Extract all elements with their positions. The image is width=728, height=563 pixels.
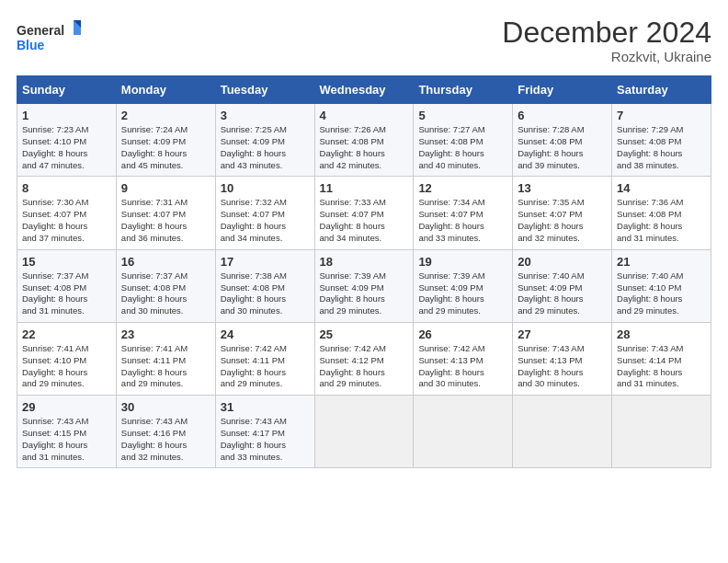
day-info: Sunrise: 7:31 AM Sunset: 4:07 PM Dayligh… bbox=[121, 197, 210, 244]
day-info: Sunrise: 7:43 AM Sunset: 4:16 PM Dayligh… bbox=[121, 416, 210, 463]
table-row: 13Sunrise: 7:35 AM Sunset: 4:07 PM Dayli… bbox=[513, 177, 612, 249]
table-row: 21Sunrise: 7:40 AM Sunset: 4:10 PM Dayli… bbox=[612, 249, 711, 322]
col-sunday: Sunday bbox=[17, 76, 117, 104]
day-info: Sunrise: 7:43 AM Sunset: 4:15 PM Dayligh… bbox=[22, 416, 111, 463]
table-row: 5Sunrise: 7:27 AM Sunset: 4:08 PM Daylig… bbox=[414, 104, 513, 177]
day-info: Sunrise: 7:24 AM Sunset: 4:09 PM Dayligh… bbox=[121, 124, 210, 171]
day-number: 13 bbox=[518, 181, 607, 195]
table-row: 20Sunrise: 7:40 AM Sunset: 4:09 PM Dayli… bbox=[513, 249, 612, 322]
day-number: 28 bbox=[617, 327, 706, 341]
subtitle: Rozkvit, Ukraine bbox=[502, 49, 711, 64]
svg-text:General: General bbox=[17, 23, 64, 38]
day-number: 17 bbox=[221, 255, 310, 269]
table-row bbox=[414, 396, 513, 468]
logo: General Blue bbox=[17, 17, 81, 57]
day-info: Sunrise: 7:42 AM Sunset: 4:12 PM Dayligh… bbox=[320, 343, 409, 390]
day-number: 3 bbox=[221, 109, 310, 122]
col-friday: Friday bbox=[513, 76, 612, 104]
day-info: Sunrise: 7:35 AM Sunset: 4:07 PM Dayligh… bbox=[518, 197, 607, 244]
day-number: 22 bbox=[22, 327, 111, 341]
day-info: Sunrise: 7:29 AM Sunset: 4:08 PM Dayligh… bbox=[617, 124, 706, 171]
day-info: Sunrise: 7:42 AM Sunset: 4:11 PM Dayligh… bbox=[221, 343, 310, 390]
day-number: 7 bbox=[617, 109, 706, 122]
table-row: 29Sunrise: 7:43 AM Sunset: 4:15 PM Dayli… bbox=[17, 396, 117, 468]
day-number: 31 bbox=[221, 400, 310, 414]
header-row: Sunday Monday Tuesday Wednesday Thursday… bbox=[17, 76, 711, 104]
day-info: Sunrise: 7:34 AM Sunset: 4:07 PM Dayligh… bbox=[418, 197, 507, 244]
day-number: 11 bbox=[320, 181, 409, 195]
week-row-3: 15Sunrise: 7:37 AM Sunset: 4:08 PM Dayli… bbox=[17, 249, 711, 322]
table-row: 7Sunrise: 7:29 AM Sunset: 4:08 PM Daylig… bbox=[612, 104, 711, 177]
day-info: Sunrise: 7:37 AM Sunset: 4:08 PM Dayligh… bbox=[22, 270, 111, 317]
day-info: Sunrise: 7:33 AM Sunset: 4:07 PM Dayligh… bbox=[320, 197, 409, 244]
day-info: Sunrise: 7:28 AM Sunset: 4:08 PM Dayligh… bbox=[518, 124, 607, 171]
day-info: Sunrise: 7:37 AM Sunset: 4:08 PM Dayligh… bbox=[121, 270, 210, 317]
table-row: 4Sunrise: 7:26 AM Sunset: 4:08 PM Daylig… bbox=[314, 104, 414, 177]
col-monday: Monday bbox=[116, 76, 215, 104]
day-number: 23 bbox=[121, 327, 210, 341]
table-row: 26Sunrise: 7:42 AM Sunset: 4:13 PM Dayli… bbox=[414, 322, 513, 395]
day-number: 20 bbox=[518, 255, 607, 269]
table-row: 25Sunrise: 7:42 AM Sunset: 4:12 PM Dayli… bbox=[314, 322, 414, 395]
day-info: Sunrise: 7:39 AM Sunset: 4:09 PM Dayligh… bbox=[320, 270, 409, 317]
day-number: 9 bbox=[121, 181, 210, 195]
day-info: Sunrise: 7:38 AM Sunset: 4:08 PM Dayligh… bbox=[221, 270, 310, 317]
table-row: 8Sunrise: 7:30 AM Sunset: 4:07 PM Daylig… bbox=[17, 177, 117, 249]
table-row: 19Sunrise: 7:39 AM Sunset: 4:09 PM Dayli… bbox=[414, 249, 513, 322]
week-row-5: 29Sunrise: 7:43 AM Sunset: 4:15 PM Dayli… bbox=[17, 396, 711, 468]
day-number: 12 bbox=[418, 181, 507, 195]
day-number: 4 bbox=[320, 109, 409, 122]
day-info: Sunrise: 7:32 AM Sunset: 4:07 PM Dayligh… bbox=[221, 197, 310, 244]
day-info: Sunrise: 7:36 AM Sunset: 4:08 PM Dayligh… bbox=[617, 197, 706, 244]
day-number: 30 bbox=[121, 400, 210, 414]
table-row: 2Sunrise: 7:24 AM Sunset: 4:09 PM Daylig… bbox=[116, 104, 215, 177]
col-wednesday: Wednesday bbox=[314, 76, 414, 104]
table-row: 30Sunrise: 7:43 AM Sunset: 4:16 PM Dayli… bbox=[116, 396, 215, 468]
day-number: 14 bbox=[617, 181, 706, 195]
logo-svg: General Blue bbox=[17, 17, 81, 57]
table-row: 31Sunrise: 7:43 AM Sunset: 4:17 PM Dayli… bbox=[215, 396, 314, 468]
table-row: 18Sunrise: 7:39 AM Sunset: 4:09 PM Dayli… bbox=[314, 249, 414, 322]
day-number: 1 bbox=[22, 109, 111, 122]
week-row-1: 1Sunrise: 7:23 AM Sunset: 4:10 PM Daylig… bbox=[17, 104, 711, 177]
table-row: 16Sunrise: 7:37 AM Sunset: 4:08 PM Dayli… bbox=[116, 249, 215, 322]
week-row-4: 22Sunrise: 7:41 AM Sunset: 4:10 PM Dayli… bbox=[17, 322, 711, 395]
table-row: 1Sunrise: 7:23 AM Sunset: 4:10 PM Daylig… bbox=[17, 104, 117, 177]
month-title: December 2024 bbox=[502, 17, 711, 49]
day-number: 15 bbox=[22, 255, 111, 269]
day-number: 25 bbox=[320, 327, 409, 341]
day-info: Sunrise: 7:30 AM Sunset: 4:07 PM Dayligh… bbox=[22, 197, 111, 244]
day-number: 26 bbox=[418, 327, 507, 341]
day-number: 24 bbox=[221, 327, 310, 341]
col-saturday: Saturday bbox=[612, 76, 711, 104]
table-row: 24Sunrise: 7:42 AM Sunset: 4:11 PM Dayli… bbox=[215, 322, 314, 395]
day-info: Sunrise: 7:43 AM Sunset: 4:13 PM Dayligh… bbox=[518, 343, 607, 390]
day-info: Sunrise: 7:41 AM Sunset: 4:11 PM Dayligh… bbox=[121, 343, 210, 390]
day-info: Sunrise: 7:41 AM Sunset: 4:10 PM Dayligh… bbox=[22, 343, 111, 390]
table-row: 15Sunrise: 7:37 AM Sunset: 4:08 PM Dayli… bbox=[17, 249, 117, 322]
table-row bbox=[513, 396, 612, 468]
day-info: Sunrise: 7:27 AM Sunset: 4:08 PM Dayligh… bbox=[418, 124, 507, 171]
table-row: 17Sunrise: 7:38 AM Sunset: 4:08 PM Dayli… bbox=[215, 249, 314, 322]
col-tuesday: Tuesday bbox=[215, 76, 314, 104]
table-row bbox=[314, 396, 414, 468]
day-number: 27 bbox=[518, 327, 607, 341]
table-row: 28Sunrise: 7:43 AM Sunset: 4:14 PM Dayli… bbox=[612, 322, 711, 395]
day-number: 21 bbox=[617, 255, 706, 269]
table-row: 9Sunrise: 7:31 AM Sunset: 4:07 PM Daylig… bbox=[116, 177, 215, 249]
day-info: Sunrise: 7:42 AM Sunset: 4:13 PM Dayligh… bbox=[418, 343, 507, 390]
day-info: Sunrise: 7:43 AM Sunset: 4:17 PM Dayligh… bbox=[221, 416, 310, 463]
svg-text:Blue: Blue bbox=[17, 38, 45, 52]
day-info: Sunrise: 7:40 AM Sunset: 4:10 PM Dayligh… bbox=[617, 270, 706, 317]
table-row: 10Sunrise: 7:32 AM Sunset: 4:07 PM Dayli… bbox=[215, 177, 314, 249]
day-info: Sunrise: 7:39 AM Sunset: 4:09 PM Dayligh… bbox=[418, 270, 507, 317]
day-number: 6 bbox=[518, 109, 607, 122]
table-row: 23Sunrise: 7:41 AM Sunset: 4:11 PM Dayli… bbox=[116, 322, 215, 395]
day-info: Sunrise: 7:23 AM Sunset: 4:10 PM Dayligh… bbox=[22, 124, 111, 171]
table-row: 12Sunrise: 7:34 AM Sunset: 4:07 PM Dayli… bbox=[414, 177, 513, 249]
day-info: Sunrise: 7:40 AM Sunset: 4:09 PM Dayligh… bbox=[518, 270, 607, 317]
table-row bbox=[612, 396, 711, 468]
day-number: 18 bbox=[320, 255, 409, 269]
day-info: Sunrise: 7:25 AM Sunset: 4:09 PM Dayligh… bbox=[221, 124, 310, 171]
day-number: 10 bbox=[221, 181, 310, 195]
